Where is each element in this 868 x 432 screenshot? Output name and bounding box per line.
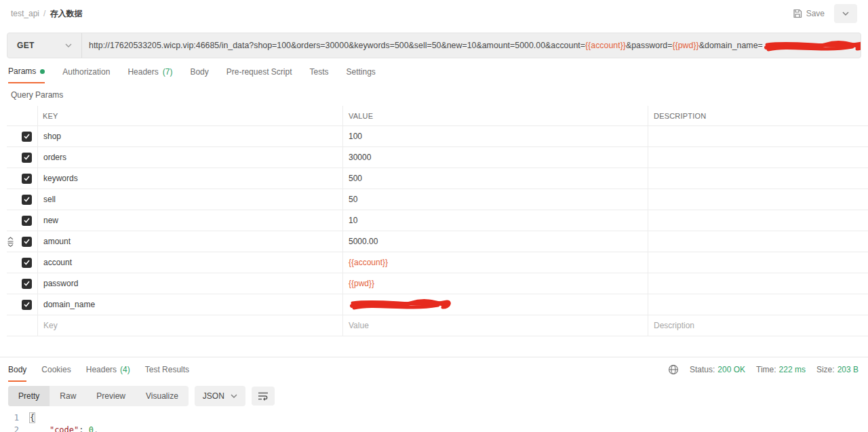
response-status[interactable]: Status:200 OK (690, 365, 745, 374)
key-input-placeholder[interactable]: Key (37, 315, 342, 336)
column-header-description: DESCRIPTION (648, 106, 868, 125)
column-header-key: KEY (37, 106, 342, 125)
param-description[interactable] (648, 231, 868, 252)
param-value[interactable]: {{pwd}} (342, 273, 648, 294)
param-key[interactable]: keywords (37, 168, 342, 189)
response-tab-cookies[interactable]: Cookies (41, 357, 71, 382)
row-checkbox[interactable] (22, 132, 32, 142)
param-value[interactable]: 5000.00 (342, 231, 648, 252)
param-description[interactable] (648, 168, 868, 189)
save-button-label: Save (806, 9, 825, 18)
tab-label: Tests (309, 67, 328, 77)
meta-value: 222 ms (779, 365, 806, 374)
save-area: Save (787, 4, 857, 23)
url-variable-segment: {{account}} (585, 41, 626, 50)
url-text-segment: &domain_name= (699, 41, 763, 50)
tab-count-badge: (7) (163, 67, 173, 77)
param-description[interactable] (648, 252, 868, 273)
param-description[interactable] (648, 126, 868, 146)
url-bar: GET http://17620533205.wicp.vip:46685/in… (7, 33, 861, 58)
row-checkbox[interactable] (22, 153, 32, 163)
param-key[interactable]: shop (37, 126, 342, 146)
params-active-dot (40, 69, 45, 74)
row-checkbox[interactable] (22, 279, 32, 289)
row-checkbox[interactable] (22, 258, 32, 268)
column-header-value: VALUE (342, 106, 648, 125)
view-tab-visualize[interactable]: Visualize (136, 386, 189, 406)
row-checkbox[interactable] (22, 300, 32, 310)
param-value[interactable]: 100 (342, 126, 648, 146)
redaction-scribble (763, 39, 861, 54)
tab-params[interactable]: Params (8, 66, 45, 83)
tab-body[interactable]: Body (190, 66, 208, 83)
url-text-segment: http://17620533205.wicp.vip:46685/in_dat… (89, 41, 585, 50)
breadcrumb-request-name[interactable]: 存入数据 (50, 8, 82, 20)
param-value[interactable]: 50 (342, 189, 648, 210)
tab-headers[interactable]: Headers(7) (127, 66, 172, 83)
param-description[interactable] (648, 294, 868, 315)
param-value[interactable]: 500 (342, 168, 648, 189)
response-tab-body[interactable]: Body (8, 357, 26, 382)
drag-handle-icon[interactable] (7, 237, 14, 247)
param-key[interactable]: account (37, 252, 342, 273)
code-line: 2 "code": 0, (0, 425, 868, 432)
response-meta: Status:200 OKTime:222 msSize:203 B (668, 364, 859, 375)
network-globe-icon[interactable] (668, 364, 679, 375)
param-key[interactable]: sell (37, 189, 342, 210)
row-checkbox[interactable] (22, 237, 32, 247)
request-tabs: ParamsAuthorizationHeaders(7)BodyPre-req… (0, 58, 868, 83)
tab-settings[interactable]: Settings (347, 66, 376, 83)
method-label: GET (17, 41, 35, 50)
param-key[interactable]: orders (37, 147, 342, 168)
row-checkbox[interactable] (22, 195, 32, 205)
save-options-button[interactable] (834, 4, 857, 23)
save-button[interactable]: Save (787, 5, 830, 22)
method-selector[interactable]: GET (7, 33, 82, 58)
response-body-code[interactable]: 1{2 "code": 0, (0, 412, 868, 432)
value-input-placeholder[interactable]: Value (342, 315, 648, 336)
url-input[interactable]: http://17620533205.wicp.vip:46685/in_dat… (82, 33, 861, 58)
meta-label: Status: (690, 365, 715, 374)
tab-tests[interactable]: Tests (309, 66, 328, 83)
param-row-empty: Key Value Description (7, 315, 868, 336)
param-key[interactable]: domain_name (37, 294, 342, 315)
view-tab-pretty[interactable]: Pretty (8, 386, 50, 406)
param-value[interactable]: 10 (342, 210, 648, 231)
wrap-lines-button[interactable] (252, 387, 275, 406)
response-time[interactable]: Time:222 ms (756, 365, 806, 374)
tab-label: Test Results (145, 365, 189, 374)
row-checkbox[interactable] (22, 174, 32, 184)
param-row-sell: sell50 (7, 189, 868, 210)
param-description[interactable] (648, 189, 868, 210)
meta-value: 200 OK (717, 365, 745, 374)
view-tab-raw[interactable]: Raw (50, 386, 86, 406)
description-input-placeholder[interactable]: Description (648, 315, 868, 336)
param-key[interactable]: password (37, 273, 342, 294)
wrap-lines-icon (258, 391, 269, 401)
chevron-down-icon (65, 43, 72, 47)
code-content: { (30, 412, 35, 425)
param-value[interactable]: {{account}} (342, 252, 648, 273)
meta-label: Size: (816, 365, 835, 374)
param-description[interactable] (648, 273, 868, 294)
param-key[interactable]: amount (37, 231, 342, 252)
param-value[interactable]: 30000 (342, 147, 648, 168)
tab-authorization[interactable]: Authorization (62, 66, 110, 83)
param-row-domain-name: domain_name (7, 294, 868, 315)
param-row-password: password{{pwd}} (7, 273, 868, 294)
response-size[interactable]: Size:203 B (816, 365, 859, 374)
param-value[interactable] (342, 294, 648, 315)
param-key[interactable]: new (37, 210, 342, 231)
row-checkbox[interactable] (22, 216, 32, 226)
param-row-orders: orders30000 (7, 147, 868, 168)
tab-pre-request-script[interactable]: Pre-request Script (226, 66, 292, 83)
param-description[interactable] (648, 210, 868, 231)
view-tab-preview[interactable]: Preview (86, 386, 136, 406)
format-selector[interactable]: JSON (195, 386, 245, 406)
breadcrumb-collection[interactable]: test_api (11, 9, 39, 18)
param-row-shop: shop100 (7, 126, 868, 147)
response-tab-headers[interactable]: Headers(4) (86, 357, 130, 382)
response-header: BodyCookiesHeaders(4)Test Results Status… (0, 357, 868, 382)
param-description[interactable] (648, 147, 868, 168)
response-tab-test-results[interactable]: Test Results (145, 357, 189, 382)
